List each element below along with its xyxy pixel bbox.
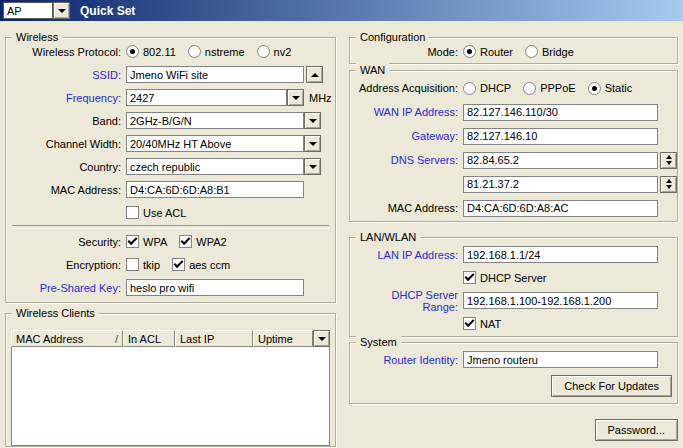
- wpa-label: WPA: [143, 236, 167, 248]
- chevron-down-icon: [309, 119, 317, 123]
- radio-dhcp[interactable]: DHCP: [463, 82, 511, 95]
- channel-width-label: Channel Width:: [11, 138, 121, 150]
- wireless-group: Wireless Wireless Protocol: 802.11 nstre…: [5, 37, 336, 303]
- gateway-row: Gateway:: [350, 124, 677, 148]
- nat-label: NAT: [480, 318, 501, 330]
- frequency-unit: MHz: [309, 92, 332, 104]
- wan-mac-input[interactable]: [463, 200, 658, 217]
- nat-checkbox[interactable]: NAT: [463, 317, 501, 330]
- radio-nv2[interactable]: nv2: [257, 45, 292, 58]
- wireless-clients-group-label: Wireless Clients: [12, 306, 99, 320]
- tkip-checkbox[interactable]: tkip: [126, 258, 160, 271]
- wan-mac-label: MAC Address:: [355, 202, 458, 214]
- checkbox-icon: [179, 235, 192, 248]
- dhcp-server-checkbox[interactable]: DHCP Server: [463, 271, 546, 284]
- router-identity-input[interactable]: [463, 351, 658, 368]
- router-identity-label: Router Identity:: [355, 354, 458, 366]
- checkbox-icon: [463, 317, 476, 330]
- use-acl-label: Use ACL: [143, 207, 186, 219]
- radio-nv2-label: nv2: [274, 46, 292, 58]
- radio-static[interactable]: Static: [588, 82, 633, 95]
- aes-ccm-checkbox[interactable]: aes ccm: [172, 258, 230, 271]
- frequency-row: Frequency: MHz: [6, 86, 335, 109]
- wpa-checkbox[interactable]: WPA: [126, 235, 167, 248]
- dns-servers-row-1: DNS Servers:: [350, 148, 677, 172]
- window-title: Quick Set: [80, 4, 135, 18]
- router-identity-row: Router Identity:: [350, 348, 677, 371]
- radio-nstreme[interactable]: nstreme: [188, 45, 245, 58]
- column-header-uptime[interactable]: Uptime: [253, 330, 313, 347]
- ssid-collapse-button[interactable]: [306, 66, 323, 83]
- column-header-mac-address[interactable]: MAC Address /: [11, 330, 123, 347]
- use-acl-checkbox[interactable]: Use ACL: [126, 206, 186, 219]
- checkbox-icon: [126, 235, 139, 248]
- wan-group: WAN Address Acquisition: DHCP PPPoE Stat…: [349, 70, 678, 222]
- ssid-label: SSID:: [11, 69, 121, 81]
- frequency-input[interactable]: [126, 89, 287, 106]
- chevron-down-icon: [309, 142, 317, 146]
- dns-server-1-updown-button[interactable]: [660, 152, 677, 169]
- radio-icon: [463, 82, 476, 95]
- wan-ip-input[interactable]: [463, 104, 658, 121]
- wireless-clients-table-body[interactable]: [11, 347, 330, 446]
- radio-pppoe[interactable]: PPPoE: [523, 82, 575, 95]
- security-label: Security:: [11, 236, 121, 248]
- radio-icon: [257, 45, 270, 58]
- tkip-label: tkip: [143, 259, 160, 271]
- radio-bridge-label: Bridge: [542, 46, 574, 58]
- channel-width-input[interactable]: [126, 135, 304, 152]
- check-for-updates-button[interactable]: Check For Updates: [551, 375, 672, 397]
- dns-server-2-updown-button[interactable]: [660, 176, 677, 193]
- radio-bridge[interactable]: Bridge: [525, 45, 574, 58]
- column-header-in-acl[interactable]: In ACL: [123, 330, 175, 347]
- gateway-input[interactable]: [463, 128, 658, 145]
- lan-ip-input[interactable]: [463, 246, 658, 263]
- pre-shared-key-input[interactable]: [126, 279, 304, 296]
- lan-wlan-group: LAN/WLAN LAN IP Address: DHCP Server DHC…: [349, 237, 678, 337]
- system-group: System Router Identity: Check For Update…: [349, 342, 678, 404]
- frequency-dropdown-button[interactable]: [287, 89, 304, 106]
- quickset-mode-dropdown-button[interactable]: [53, 2, 70, 19]
- ssid-input[interactable]: [126, 66, 304, 83]
- checkbox-icon: [463, 271, 476, 284]
- dns-servers-label: DNS Servers:: [355, 154, 458, 166]
- radio-nstreme-label: nstreme: [205, 46, 245, 58]
- radio-icon: [523, 82, 536, 95]
- use-acl-row: Use ACL: [6, 201, 335, 224]
- address-acquisition-row: Address Acquisition: DHCP PPPoE Static: [350, 76, 677, 100]
- column-header-last-ip[interactable]: Last IP: [175, 330, 253, 347]
- country-dropdown-button[interactable]: [304, 158, 321, 175]
- mode-label: Mode:: [355, 46, 458, 58]
- wireless-mac-input[interactable]: [126, 181, 304, 198]
- up-down-icon: [666, 179, 672, 189]
- checkbox-icon: [172, 258, 185, 271]
- country-input[interactable]: [126, 158, 304, 175]
- wan-ip-row: WAN IP Address:: [350, 100, 677, 124]
- dhcp-range-input[interactable]: [463, 292, 658, 309]
- radio-80211-label: 802.11: [143, 46, 176, 58]
- radio-80211[interactable]: 802.11: [126, 45, 176, 58]
- dhcp-range-label: DHCP Server Range:: [355, 289, 458, 313]
- dns-server-input-2[interactable]: [463, 176, 658, 193]
- radio-router[interactable]: Router: [463, 45, 513, 58]
- address-acquisition-label: Address Acquisition:: [355, 82, 458, 94]
- encryption-label: Encryption:: [11, 259, 121, 271]
- quickset-mode-combo[interactable]: [3, 2, 53, 19]
- band-input[interactable]: [126, 112, 304, 129]
- wpa2-label: WPA2: [196, 236, 226, 248]
- band-row: Band:: [6, 109, 335, 132]
- table-columns-dropdown-button[interactable]: [313, 330, 330, 347]
- wan-ip-label: WAN IP Address:: [355, 106, 458, 118]
- channel-width-dropdown-button[interactable]: [304, 135, 321, 152]
- dns-server-input-1[interactable]: [463, 152, 658, 169]
- radio-icon: [588, 82, 601, 95]
- wireless-clients-group: Wireless Clients MAC Address / In ACL La…: [5, 313, 336, 447]
- radio-static-label: Static: [605, 82, 633, 94]
- triangle-up-icon: [311, 73, 319, 77]
- security-row: Security: WPA WPA2: [6, 230, 335, 253]
- password-button[interactable]: Password...: [595, 419, 678, 441]
- band-dropdown-button[interactable]: [304, 112, 321, 129]
- lan-ip-row: LAN IP Address:: [350, 243, 677, 266]
- wpa2-checkbox[interactable]: WPA2: [179, 235, 226, 248]
- titlebar: Quick Set: [0, 0, 683, 21]
